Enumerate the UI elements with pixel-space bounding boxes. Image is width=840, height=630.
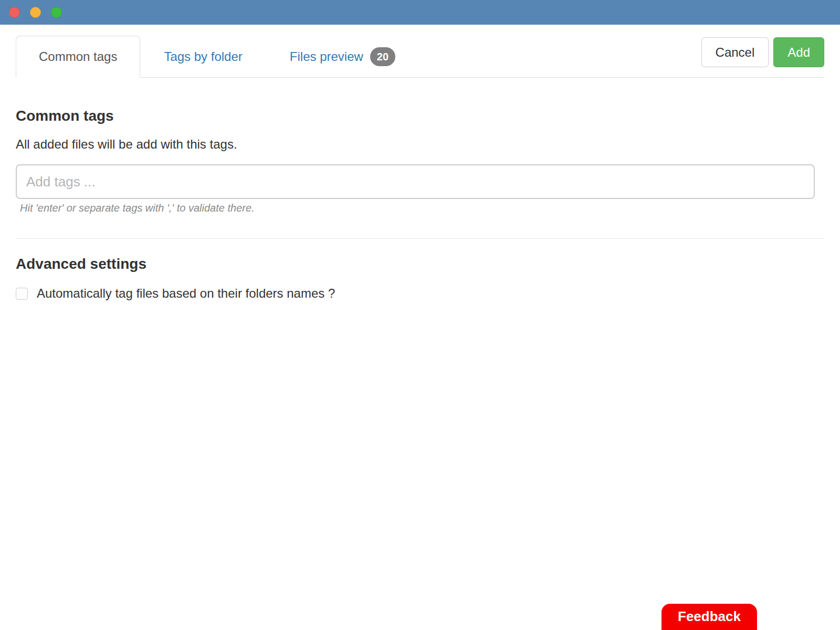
minimize-window-icon[interactable] — [30, 7, 41, 18]
tags-input-hint: Hit 'enter' or separate tags with ',' to… — [20, 202, 824, 214]
tab-files-preview-label: Files preview — [290, 49, 363, 64]
section-divider — [16, 238, 824, 239]
zoom-window-icon[interactable] — [51, 7, 62, 18]
add-tags-input[interactable] — [16, 164, 815, 199]
tab-common-tags-label: Common tags — [39, 49, 117, 64]
tab-common-tags[interactable]: Common tags — [16, 36, 140, 78]
tab-bar: Common tags Tags by folder Files preview… — [16, 36, 824, 78]
dialog-actions: Cancel Add — [701, 37, 824, 67]
add-button[interactable]: Add — [773, 37, 824, 67]
close-window-icon[interactable] — [9, 7, 20, 18]
auto-tag-checkbox[interactable] — [16, 288, 28, 300]
common-tags-description: All added files will be add with this ta… — [16, 137, 824, 152]
tab-tags-by-folder-label: Tags by folder — [164, 49, 242, 64]
common-tags-heading: Common tags — [16, 108, 824, 124]
tab-files-preview[interactable]: Files preview 20 — [266, 36, 419, 77]
feedback-button[interactable]: Feedback — [662, 604, 757, 630]
main-content: Common tags All added files will be add … — [0, 108, 840, 301]
files-count-badge: 20 — [370, 47, 395, 66]
window-titlebar — [0, 0, 840, 25]
tab-tags-by-folder[interactable]: Tags by folder — [140, 36, 266, 77]
auto-tag-option: Automatically tag files based on their f… — [16, 286, 824, 301]
cancel-button[interactable]: Cancel — [701, 37, 769, 67]
auto-tag-checkbox-label[interactable]: Automatically tag files based on their f… — [37, 286, 335, 301]
advanced-settings-heading: Advanced settings — [16, 256, 824, 272]
window-controls — [9, 7, 62, 18]
